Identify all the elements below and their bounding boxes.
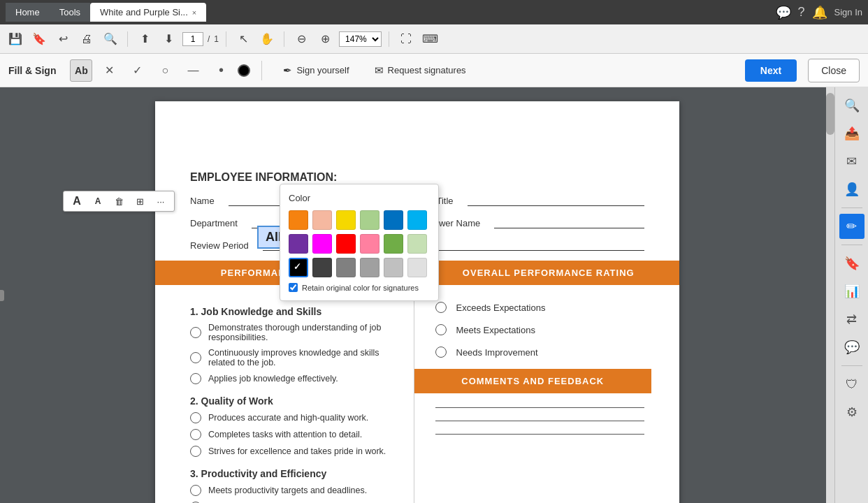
zoom-in-icon[interactable]: ⊕ — [315, 29, 335, 49]
comment-line-2[interactable] — [435, 421, 645, 421]
fit-page-icon[interactable]: ⛶ — [396, 29, 416, 49]
color-swatch[interactable] — [407, 234, 427, 254]
increase-font-button[interactable]: A — [68, 193, 86, 210]
radio-circle[interactable] — [190, 429, 201, 440]
notifications-icon[interactable]: 🔔 — [812, 5, 827, 20]
toolbar-separator3 — [284, 31, 284, 47]
color-swatch[interactable] — [407, 210, 427, 230]
color-picker-dot[interactable] — [238, 64, 250, 77]
decrease-font-button[interactable]: A — [89, 193, 107, 210]
color-swatch[interactable] — [384, 258, 403, 277]
circle-tool-icon[interactable]: ○ — [154, 59, 176, 82]
close-button[interactable]: Close — [808, 59, 860, 82]
tab-document[interactable]: White and Purple Si... × — [90, 3, 206, 22]
sidebar-edit-icon[interactable]: ✏ — [839, 214, 865, 239]
color-swatch[interactable] — [336, 258, 356, 277]
sign-yourself-button[interactable]: ✒ Sign yourself — [273, 60, 359, 81]
page-number-input[interactable]: 1 — [182, 32, 203, 46]
left-column: 1. Job Knowledge and Skills Demonstrates… — [190, 295, 414, 503]
comments-icon[interactable]: 💬 — [776, 5, 791, 20]
color-swatch[interactable] — [312, 234, 332, 254]
color-swatch[interactable] — [312, 258, 332, 277]
bookmark-icon[interactable]: 🔖 — [29, 29, 49, 49]
color-swatch[interactable] — [360, 210, 379, 230]
color-swatch[interactable] — [360, 234, 379, 254]
print-icon[interactable]: 🖨 — [77, 29, 96, 49]
color-swatch[interactable] — [384, 234, 403, 254]
color-swatch[interactable] — [312, 210, 332, 230]
zoom-select[interactable]: 147% — [339, 31, 382, 47]
sidebar-mail-icon[interactable]: ✉ — [839, 149, 865, 174]
close-tab-button[interactable]: × — [192, 8, 196, 17]
reviewer-name-line[interactable] — [494, 216, 644, 228]
comment-line-1[interactable] — [435, 407, 645, 408]
tab-tools[interactable]: Tools — [50, 3, 90, 22]
radio-circle[interactable] — [190, 412, 201, 423]
select-tool-icon[interactable]: ↖ — [233, 29, 253, 49]
color-swatch[interactable] — [336, 234, 356, 254]
sidebar-chart-icon[interactable]: 📊 — [839, 279, 865, 304]
scrollbar-thumb[interactable] — [826, 93, 834, 135]
document-area[interactable]: A A 🗑 ⊞ ··· Allison Neely EMPLOYEE INFOR… — [0, 87, 834, 503]
sidebar-search-icon[interactable]: 🔍 — [839, 93, 865, 118]
left-panel-tab[interactable] — [0, 290, 4, 301]
item-text: Strives for excellence and takes pride i… — [208, 446, 386, 456]
sign-in-button[interactable]: Sign In — [834, 7, 862, 17]
radio-circle[interactable] — [190, 485, 201, 496]
color-swatch[interactable] — [360, 258, 379, 277]
next-button[interactable]: Next — [745, 59, 797, 82]
tab-home[interactable]: Home — [6, 3, 50, 22]
color-swatch-selected[interactable]: ✓ — [289, 258, 308, 277]
next-page-icon[interactable]: ⬇ — [159, 29, 178, 49]
color-swatch[interactable] — [384, 210, 403, 230]
radio-circle[interactable] — [190, 352, 201, 363]
save-icon[interactable]: 💾 — [6, 29, 25, 49]
rating-item: Needs Improvement — [435, 347, 645, 358]
delete-text-button[interactable]: 🗑 — [110, 193, 128, 210]
undo-icon[interactable]: ↩ — [53, 29, 73, 49]
color-swatch[interactable] — [289, 234, 308, 254]
color-swatch[interactable] — [336, 210, 356, 230]
retain-color-checkbox[interactable] — [289, 283, 298, 292]
radio-circle[interactable] — [435, 347, 447, 358]
zoom-out-icon[interactable]: ⊖ — [291, 29, 311, 49]
find-icon[interactable]: 🔍 — [101, 29, 120, 49]
radio-circle[interactable] — [190, 373, 201, 384]
sidebar-share-icon[interactable]: 📤 — [839, 121, 865, 146]
sidebar-compare-icon[interactable]: ⇄ — [839, 307, 865, 332]
radio-circle[interactable] — [435, 302, 447, 313]
comment-line-3[interactable] — [435, 434, 645, 435]
pen-icon: ✒ — [283, 64, 292, 77]
main-area: A A 🗑 ⊞ ··· Allison Neely EMPLOYEE INFOR… — [0, 87, 868, 503]
sidebar-settings-icon[interactable]: ⚙ — [839, 400, 865, 425]
sidebar-user-icon[interactable]: 👤 — [839, 177, 865, 202]
prev-page-icon[interactable]: ⬆ — [135, 29, 154, 49]
overall-rating-header: OVERALL PERFORMANCE RATING — [418, 261, 680, 285]
color-swatch[interactable] — [289, 210, 308, 230]
check-tool-icon[interactable]: ✓ — [126, 59, 148, 82]
scrollbar-track[interactable] — [826, 87, 834, 503]
text-tool-icon[interactable]: Ab — [70, 59, 92, 82]
radio-circle[interactable] — [190, 446, 201, 457]
help-icon[interactable]: ? — [798, 5, 805, 20]
list-item: Demonstrates thorough understanding of j… — [190, 323, 400, 342]
sidebar-shield-icon[interactable]: 🛡 — [839, 372, 865, 397]
field-button[interactable]: ⊞ — [131, 193, 149, 210]
sidebar-comment-icon[interactable]: 💬 — [839, 335, 865, 360]
color-swatch[interactable] — [407, 258, 427, 277]
more-options-button[interactable]: ··· — [152, 193, 170, 210]
rating-item: Exceeds Expectations — [435, 302, 645, 313]
sidebar-bookmark-icon[interactable]: 🔖 — [839, 251, 865, 276]
keyboard-icon[interactable]: ⌨ — [420, 29, 440, 49]
job-title-line[interactable] — [468, 194, 644, 206]
close-tool-icon[interactable]: ✕ — [98, 59, 120, 82]
line-tool-icon[interactable]: — — [182, 59, 204, 82]
toolbar-separator — [127, 31, 128, 47]
request-signatures-button[interactable]: ✉ Request signatures — [365, 60, 476, 81]
radio-circle[interactable] — [435, 324, 447, 335]
dot-tool-icon[interactable]: • — [210, 59, 232, 82]
radio-circle[interactable] — [190, 327, 201, 338]
color-picker-popup: Color ✓ — [280, 184, 439, 301]
rating-item: Meets Expectations — [435, 324, 645, 335]
hand-tool-icon[interactable]: ✋ — [257, 29, 277, 49]
